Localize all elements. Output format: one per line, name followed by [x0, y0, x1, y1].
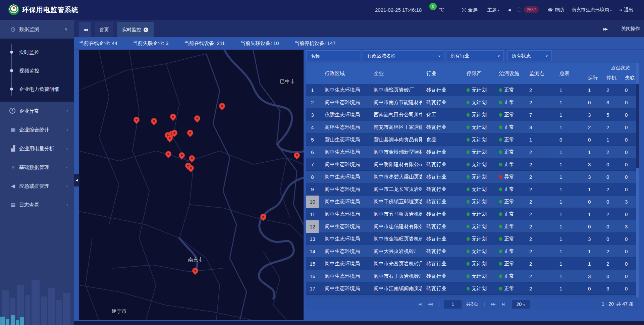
sidebar-item-enterprise-abnormal[interactable]: !企业异常‹	[0, 102, 74, 120]
cell-stop: 3	[602, 100, 621, 105]
help-button[interactable]: ☎帮助	[548, 0, 564, 20]
cell-meters: 1	[555, 211, 584, 217]
cell-industry: 砖瓦行业	[422, 149, 463, 155]
cell-stop: 1	[602, 137, 621, 143]
cell-stop: 0	[602, 162, 621, 167]
log-icon: ▤	[9, 196, 17, 214]
cell-stop: 2	[602, 124, 621, 130]
exit-icon: ⇥	[619, 8, 622, 12]
table-row[interactable]: 10阆中生态环境局阆中千佛镇五郎垭页岩砖瓦行业无计划正常21003	[306, 196, 639, 208]
map-panel[interactable]: 巴中市南充市遂宁市	[79, 50, 304, 320]
stats-board-icon: ▦	[9, 120, 17, 139]
next-page-icon[interactable]: ▶▶	[491, 298, 495, 311]
table-row[interactable]: 17阆中生态环境局阆中市江南镇阆南页岩砖瓦行业无计划正常21030	[306, 282, 639, 295]
sidebar-subitem-video-monitor[interactable]: 视频监控	[0, 61, 74, 80]
cell-region: 阆中生态环境局	[319, 161, 370, 168]
fullscreen-button[interactable]: ↖↗↙↘全屏	[462, 0, 477, 20]
sidebar-subitem-power-load-detail[interactable]: 企业电力负荷明细	[0, 80, 74, 98]
stat-value: 211	[217, 40, 225, 46]
stats-bar: 当前在线企业:44当前失联企业:3当前在线设备:211当前失联设备:10当前停机…	[74, 37, 644, 50]
table-row[interactable]: 1阆中生态环境局阆中强锐页岩砖厂砖瓦行业无计划正常21120	[306, 84, 639, 96]
close-tab-icon[interactable]: ×	[144, 28, 148, 32]
table-row[interactable]: 14阆中生态环境局阆中大兴页岩机砖厂砖瓦行业无计划正常21120	[306, 245, 639, 258]
region-select[interactable]: 行政区域名称∨	[363, 50, 444, 61]
table-row[interactable]: 18南部生态环境局南部县砚华水泥有限公建材加工无计划正常60050	[306, 295, 639, 297]
table-row[interactable]: 11阆中生态环境局阆中市五马桥页岩机砖砖瓦行业无计划正常21120	[306, 208, 639, 220]
sidebar-subitem-realtime-monitor[interactable]: 实时监控	[0, 43, 74, 61]
page-number-input[interactable]: 1	[444, 300, 462, 309]
map-collapse-toggle[interactable]: ◀	[74, 174, 79, 186]
stat-value: 147	[327, 40, 336, 46]
sidebar-item-power-analysis[interactable]: ▟企业用电量分析‹	[0, 139, 74, 158]
close-operations-button[interactable]: 关闭操作	[621, 26, 640, 31]
cell-run: 1	[584, 87, 602, 93]
first-page-icon[interactable]: |◀	[418, 298, 421, 311]
table-row[interactable]: 16阆中生态环境局阆中市石子页岩机砖厂砖瓦行业无计划正常21300	[306, 270, 639, 282]
cell-run: 1	[584, 149, 602, 155]
tab-scroll-left-icon[interactable]: ◀◀	[79, 22, 91, 37]
table-row[interactable]: 3仪陇生态环境局西南油气田分公司川中化工无计划正常71350	[306, 109, 639, 121]
cell-region: 阆中生态环境局	[319, 87, 370, 93]
cell-facility-status: 正常	[495, 211, 525, 217]
cell-company: 阆中千佛镇五郎垭页岩	[370, 199, 422, 205]
sidebar-item-enterprise-stats[interactable]: ▦企业综合统计‹	[0, 120, 74, 139]
sidebar-subitem-label: 实时监控	[19, 43, 39, 61]
table-row[interactable]: 8阆中生态环境局阆中市枣碧大梁山页岩砖瓦行业无计划异常21300	[306, 171, 639, 183]
sidebar-item-emergency-reduction[interactable]: ◀应急减排管理‹	[0, 177, 74, 196]
theme-button[interactable]: 主题▾	[487, 0, 499, 20]
cell-facility-status: 正常	[495, 199, 525, 205]
cell-run: 0	[584, 286, 602, 291]
stat-value: 3	[166, 40, 168, 46]
table-scrollbar[interactable]	[636, 63, 639, 297]
fullscreen-icon: ↖↗↙↘	[462, 8, 466, 12]
logout-button[interactable]: ⇥退出	[619, 0, 633, 20]
sidebar-item-data-monitor[interactable]: ◷数据监测∨	[0, 20, 74, 39]
industry-select[interactable]: 所有行业∨	[446, 50, 504, 61]
speaker-icon: ◀	[508, 8, 511, 12]
chevron-down-icon: ∨	[438, 51, 441, 61]
scrollbar-thumb[interactable]	[636, 84, 639, 168]
table-row[interactable]: 2阆中生态环境局阆中市南方节能建材有砖瓦行业无计划正常21030	[306, 96, 639, 109]
sidebar-item-label: 数据监测	[19, 20, 39, 39]
stat-item: 当前失联设备:10	[240, 40, 279, 47]
status-dot-icon	[467, 113, 470, 117]
org-menu[interactable]: 南充市生态环境局▾	[572, 0, 612, 20]
cell-region: 阆中生态环境局	[319, 248, 370, 255]
status-dot-icon	[499, 262, 502, 266]
sidebar-item-log-view[interactable]: ▤日志查看‹	[0, 196, 74, 214]
tab-home[interactable]: 首页	[95, 22, 113, 37]
table-row[interactable]: 4高坪生态环境局南充市高坪区王家店建砖瓦行业无计划正常31220	[306, 121, 639, 133]
sidebar-item-base-data[interactable]: ≡基础数据管理‹	[0, 158, 74, 177]
bullet-icon	[10, 69, 13, 72]
table-row[interactable]: 6阆中生态环境局阆中市金博瑞新型墙材砖瓦行业无计划正常21120	[306, 146, 639, 158]
table-row[interactable]: 15阆中生态环境局阆中市光富页岩机砖厂砖瓦行业无计划正常21120	[306, 258, 639, 270]
prev-page-icon[interactable]: ◀◀	[428, 298, 432, 311]
status-dot-icon	[467, 287, 470, 290]
row-index: 1	[306, 84, 319, 96]
sound-button[interactable]: ◀	[508, 0, 511, 20]
cell-points: 3	[525, 124, 555, 130]
status-dot-icon	[467, 150, 470, 154]
cell-facility-status: 异常	[495, 174, 525, 180]
cell-points: 2	[525, 224, 555, 229]
table-row[interactable]: 5营山生态环境局营山县润丰肉食品有限食品无计划正常10010	[306, 133, 639, 146]
name-search-input[interactable]	[306, 50, 361, 61]
table-row[interactable]: 7阆中生态环境局阆中明阳建材有限公司砖瓦行业无计划正常21300	[306, 158, 639, 171]
table-row[interactable]: 9阆中生态环境局阆中市二龙长宝页岩砖砖瓦行业无计划正常21120	[306, 183, 639, 196]
sidebar-menu: ◷数据监测∨实时监控视频监控企业电力负荷明细!企业异常‹▦企业综合统计‹▟企业用…	[0, 20, 74, 214]
table-row[interactable]: 12阆中生态环境局阆中市忠信建材有限公砖瓦行业无计划正常21003	[306, 220, 639, 233]
status-select[interactable]: 所有状态∨	[507, 50, 552, 61]
column-meters: 总表	[555, 70, 584, 77]
cell-run: 0	[584, 199, 602, 205]
tab-scroll-right-icon[interactable]: ▶▶	[603, 27, 607, 31]
cell-region: 仪陇生态环境局	[319, 112, 370, 118]
cell-company: 阆中市石子页岩机砖厂	[370, 273, 422, 279]
tab-realtime-monitor[interactable]: 实时监控×	[117, 22, 154, 37]
status-dot-icon	[467, 200, 470, 204]
table-row[interactable]: 13阆中生态环境局阆中市金福旺页岩机砖砖瓦行业无计划正常21300	[306, 233, 639, 245]
cell-lost: 0	[621, 286, 638, 291]
row-index: 9	[306, 183, 319, 196]
notification-count-badge[interactable]: 2632	[524, 6, 539, 13]
page-size-select[interactable]: 20∨	[512, 300, 530, 309]
last-page-icon[interactable]: ▶|	[502, 298, 505, 311]
